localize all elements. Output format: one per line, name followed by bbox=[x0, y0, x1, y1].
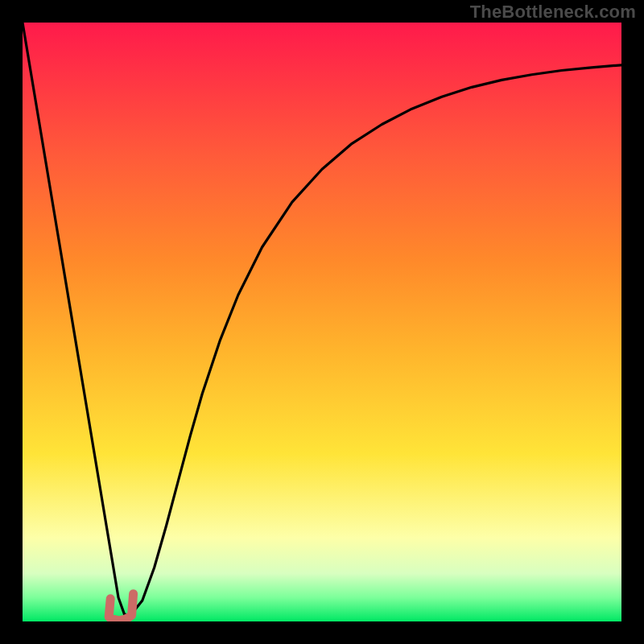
bottleneck-chart-svg bbox=[23, 23, 621, 621]
watermark-text: TheBottleneck.com bbox=[470, 2, 636, 23]
plot-area bbox=[23, 23, 621, 621]
chart-container: TheBottleneck.com bbox=[0, 0, 644, 644]
gradient-background bbox=[23, 23, 621, 621]
